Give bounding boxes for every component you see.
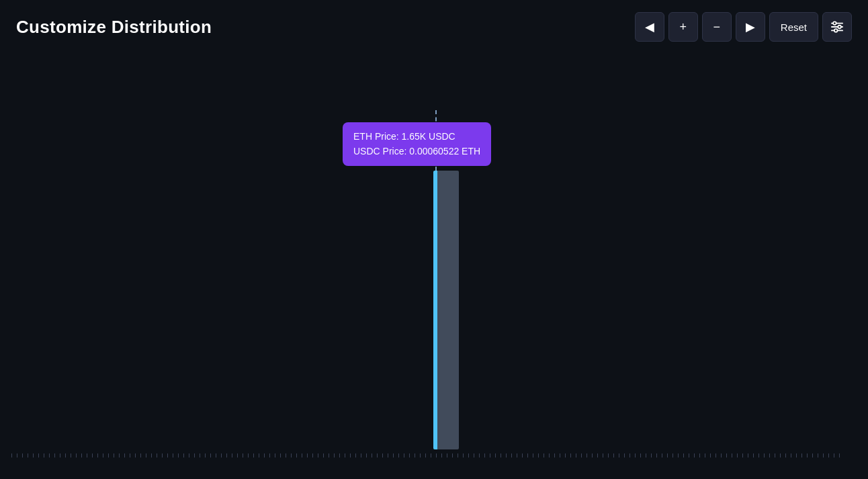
axis-tick xyxy=(200,453,206,458)
usdc-price-value: 0.00060522 ETH xyxy=(409,146,480,157)
axis-tick xyxy=(146,453,152,458)
axis-tick xyxy=(378,453,383,458)
axis-tick xyxy=(641,453,646,458)
axis-tick xyxy=(297,453,302,458)
axis-tick xyxy=(329,453,335,458)
axis-tick xyxy=(834,453,840,458)
axis-tick xyxy=(474,453,480,458)
usdc-price-label: USDC Price: xyxy=(353,146,409,157)
axis-tick xyxy=(356,453,361,458)
axis-tick xyxy=(705,453,711,458)
axis-tick xyxy=(775,453,781,458)
axis-tick xyxy=(732,453,738,458)
axis-tick xyxy=(824,453,829,458)
axis-tick xyxy=(469,453,474,458)
axis-tick xyxy=(399,453,404,458)
bottom-axis: // Generate tick marks const axis = docu… xyxy=(0,449,868,462)
axis-tick xyxy=(286,453,292,458)
next-button[interactable]: ▶ xyxy=(736,12,765,42)
axis-tick xyxy=(275,453,281,458)
axis-tick xyxy=(249,453,254,458)
axis-tick xyxy=(216,453,222,458)
axis-tick xyxy=(684,453,689,458)
axis-tick xyxy=(120,453,125,458)
axis-tick xyxy=(361,453,367,458)
axis-tick xyxy=(206,453,211,458)
axis-tick xyxy=(383,453,388,458)
svg-point-1 xyxy=(833,21,836,25)
axis-tick xyxy=(302,453,308,458)
axis-tick xyxy=(324,453,329,458)
axis-tick xyxy=(232,453,238,458)
axis-tick xyxy=(437,453,442,458)
prev-button[interactable]: ◀ xyxy=(635,12,664,42)
axis-tick xyxy=(114,453,120,458)
sliders-svg-icon xyxy=(830,21,844,33)
axis-tick xyxy=(555,453,560,458)
axis-tick xyxy=(82,453,87,458)
axis-tick xyxy=(748,453,754,458)
zoom-in-button[interactable]: + xyxy=(668,12,698,42)
axis-tick xyxy=(23,453,28,458)
axis-tick xyxy=(759,453,765,458)
axis-tick xyxy=(130,453,136,458)
axis-tick xyxy=(818,453,824,458)
axis-tick xyxy=(689,453,695,458)
axis-tick xyxy=(802,453,808,458)
settings-icon[interactable] xyxy=(822,12,852,42)
axis-tick xyxy=(490,453,496,458)
axis-tick xyxy=(808,453,813,458)
axis-tick xyxy=(109,453,114,458)
axis-tick xyxy=(630,453,636,458)
axis-tick xyxy=(464,453,469,458)
distribution-bar[interactable] xyxy=(433,171,459,449)
axis-tick xyxy=(189,453,195,458)
axis-tick xyxy=(431,453,437,458)
axis-tick xyxy=(711,453,716,458)
axis-tick xyxy=(533,453,539,458)
axis-tick xyxy=(636,453,641,458)
axis-tick xyxy=(523,453,528,458)
eth-price-value: 1.65K USDC xyxy=(402,131,455,142)
axis-tick xyxy=(544,453,550,458)
axis-tick xyxy=(695,453,700,458)
axis-tick xyxy=(566,453,571,458)
axis-tick xyxy=(614,453,619,458)
axis-tick xyxy=(12,453,17,458)
axis-tick xyxy=(673,453,679,458)
axis-tick xyxy=(582,453,587,458)
axis-tick xyxy=(157,453,163,458)
axis-tick xyxy=(453,453,458,458)
axis-tick xyxy=(71,453,77,458)
axis-tick xyxy=(485,453,490,458)
reset-button[interactable]: Reset xyxy=(769,12,818,42)
axis-tick xyxy=(421,453,426,458)
axis-tick xyxy=(700,453,705,458)
zoom-out-button[interactable]: − xyxy=(702,12,732,42)
axis-tick xyxy=(813,453,818,458)
axis-tick xyxy=(480,453,485,458)
axis-tick xyxy=(7,453,12,458)
axis-tick xyxy=(458,453,464,458)
axis-tick xyxy=(87,453,93,458)
axis-tick xyxy=(512,453,517,458)
axis-tick xyxy=(679,453,684,458)
axis-tick xyxy=(98,453,103,458)
axis-tick xyxy=(743,453,748,458)
axis-tick xyxy=(222,453,227,458)
page-title: Customize Distribution xyxy=(16,17,212,38)
axis-tick xyxy=(404,453,410,458)
axis-tick xyxy=(415,453,421,458)
axis-tick xyxy=(211,453,216,458)
axis-tick xyxy=(410,453,415,458)
axis-tick xyxy=(587,453,593,458)
axis-tick xyxy=(17,453,23,458)
bar-main-body xyxy=(437,171,459,449)
axis-tick xyxy=(152,453,157,458)
axis-tick xyxy=(125,453,130,458)
axis-tick xyxy=(603,453,609,458)
axis-tick xyxy=(308,453,313,458)
axis-tick xyxy=(66,453,71,458)
axis-tick xyxy=(168,453,173,458)
axis-tick xyxy=(388,453,394,458)
